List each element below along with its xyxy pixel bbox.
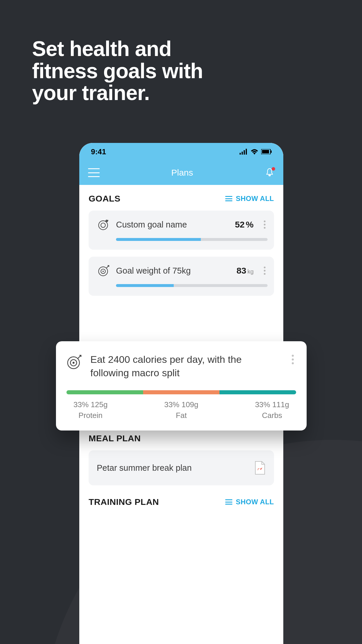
progress-bar [116,284,268,287]
meal-plan-card[interactable]: Petar summer break plan [89,450,274,485]
menu-button[interactable] [88,168,100,177]
marketing-headline: Set health andfitness goals withyour tra… [32,38,203,104]
macro-legend-item: 33% 111gCarbs [255,400,289,420]
target-icon [97,264,110,277]
list-icon [225,196,232,201]
training-plan-header: TRAINING PLAN SHOW ALL [89,497,274,507]
goal-card[interactable]: Goal weight of 75kg 83kg [89,257,274,296]
svg-rect-6 [271,150,272,153]
svg-point-8 [101,223,105,228]
pdf-icon [254,461,266,475]
progress-fill [116,238,201,241]
macro-legend: 33% 125gProtein33% 109gFat33% 111gCarbs [66,400,296,420]
list-icon [225,499,232,505]
star-target-icon [97,218,110,231]
goals-show-all[interactable]: SHOW ALL [225,195,274,203]
phone-frame: 9:41 Plans GOALS SHOW ALL [79,143,283,644]
goal-value: 83kg [237,266,254,276]
nav-bar: Plans [79,160,283,185]
featured-goal-text: Eat 2400 calories per day, with the foll… [90,353,281,380]
macro-bar [66,390,296,394]
show-all-label: SHOW ALL [236,195,274,203]
wifi-icon [251,149,258,155]
goal-menu-button[interactable] [262,267,268,275]
svg-rect-5 [262,150,269,153]
goals-header: GOALS SHOW ALL [89,194,274,204]
meal-plan-title: MEAL PLAN [89,433,141,443]
progress-fill [116,284,174,287]
featured-goal-card[interactable]: Eat 2400 calories per day, with the foll… [56,341,307,430]
status-time: 9:41 [91,147,106,156]
svg-point-11 [103,271,104,272]
goals-title: GOALS [89,194,120,204]
svg-rect-3 [246,149,247,155]
nav-title: Plans [171,168,193,178]
progress-bar [116,238,268,241]
featured-menu-button[interactable] [289,355,296,364]
notification-badge [272,167,275,171]
svg-rect-2 [244,150,245,155]
macro-legend-item: 33% 109gFat [164,400,198,420]
target-icon [66,354,82,370]
macro-segment [143,390,220,394]
svg-rect-0 [240,153,241,155]
macro-segment [66,390,143,394]
meal-plan-name: Petar summer break plan [97,463,192,473]
goal-name: Custom goal name [116,220,229,230]
status-indicators [240,149,272,155]
svg-point-17 [73,362,75,364]
training-show-all[interactable]: SHOW ALL [225,498,274,506]
macro-legend-item: 33% 125gProtein [73,400,108,420]
battery-icon [261,149,272,154]
status-bar: 9:41 [79,143,283,160]
svg-rect-1 [242,152,243,155]
signal-icon [240,149,248,155]
meal-plan-header: MEAL PLAN [89,433,274,443]
goal-menu-button[interactable] [262,220,268,229]
goal-value: 52% [235,220,254,230]
notifications-button[interactable] [265,168,275,178]
show-all-label: SHOW ALL [236,498,274,506]
macro-segment [219,390,296,394]
goal-card[interactable]: Custom goal name 52% [89,211,274,250]
training-plan-title: TRAINING PLAN [89,497,159,507]
goal-name: Goal weight of 75kg [116,266,231,276]
